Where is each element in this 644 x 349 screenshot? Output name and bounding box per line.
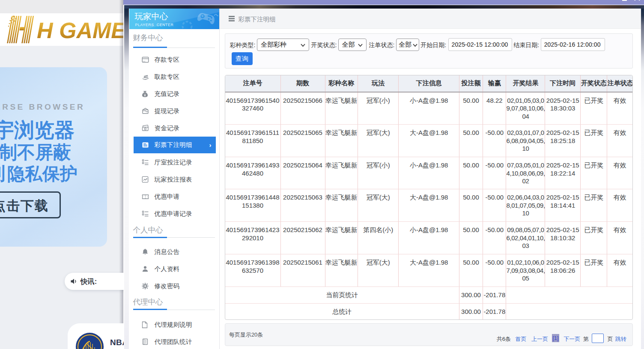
svg-text:H GAME: H GAME: [37, 18, 123, 43]
